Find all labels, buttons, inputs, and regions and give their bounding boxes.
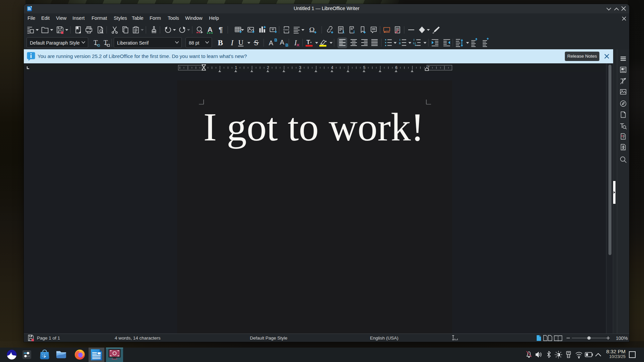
svg-text:2: 2 [267, 65, 269, 70]
svg-text:6: 6 [395, 65, 397, 70]
svg-text:Ω: Ω [309, 25, 315, 34]
svg-text:B: B [285, 43, 288, 48]
svg-text:A: A [269, 39, 273, 47]
svg-text:B: B [218, 39, 223, 47]
svg-text:I: I [230, 39, 234, 47]
svg-text:i: i [354, 29, 355, 34]
svg-text:I.I: I.I [413, 42, 416, 45]
svg-text:U: U [238, 39, 243, 47]
svg-text:I: I [414, 38, 415, 42]
svg-text:A: A [280, 39, 284, 46]
svg-text:3: 3 [299, 65, 301, 70]
svg-text:4: 4 [331, 65, 333, 70]
svg-text:II: II [399, 42, 401, 45]
svg-text:I: I [399, 38, 400, 42]
svg-text:B: B [274, 38, 277, 43]
svg-text:¶: ¶ [219, 25, 223, 34]
svg-text:T: T [307, 39, 310, 46]
svg-text:1: 1 [342, 30, 344, 34]
svg-text:1: 1 [235, 65, 237, 70]
svg-text:A: A [207, 25, 212, 33]
svg-text:I: I [294, 39, 297, 47]
svg-text:5: 5 [363, 65, 366, 70]
